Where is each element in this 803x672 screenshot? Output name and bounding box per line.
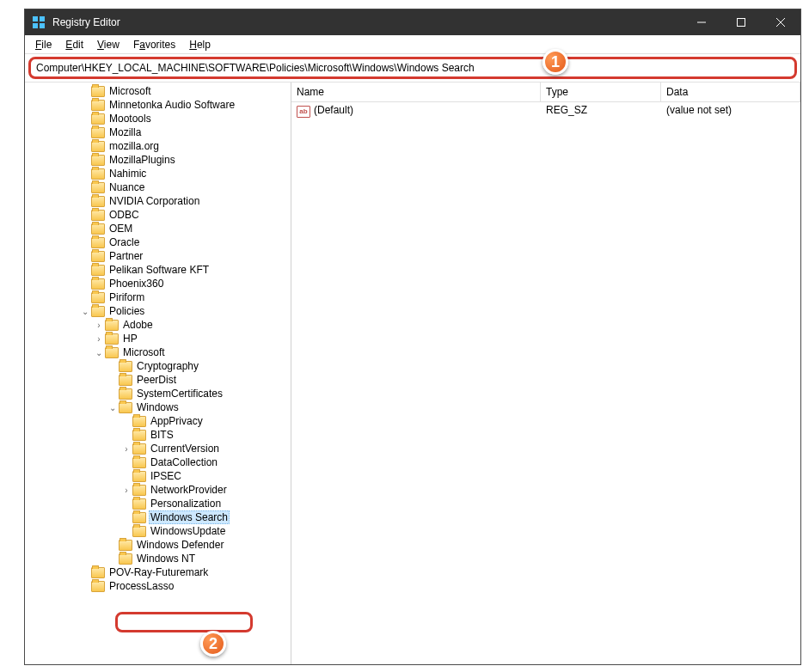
tree-node[interactable]: ›Nuance [25, 180, 291, 194]
tree-node[interactable]: ›Microsoft [25, 84, 291, 98]
tree-node-label: Partner [107, 250, 144, 262]
tree-node[interactable]: ⌄Windows [25, 400, 291, 414]
menu-favorites[interactable]: Favorites [126, 37, 182, 52]
tree-node[interactable]: ›Pelikan Software KFT [25, 263, 291, 277]
tree-node[interactable]: ›OEM [25, 222, 291, 235]
tree-node[interactable]: ›MozillaPlugins [25, 153, 291, 167]
tree-node-label: Personalization [149, 498, 223, 510]
tree-node[interactable]: ›Piriform [25, 290, 291, 304]
tree-node-label: BITS [149, 429, 175, 441]
folder-icon [132, 471, 146, 482]
tree-node-label: Microsoft [107, 85, 153, 97]
tree-node-label: Mozilla [107, 126, 143, 138]
tree-node[interactable]: ›Adobe [25, 318, 291, 332]
tree-node[interactable]: ›Mozilla [25, 125, 291, 139]
value-name: (Default) [314, 104, 353, 116]
chevron-right-icon[interactable]: › [94, 334, 104, 344]
folder-icon [119, 553, 132, 565]
tree-node[interactable]: ›Windows Defender [25, 538, 291, 552]
menu-view[interactable]: View [90, 37, 126, 52]
tree-node[interactable]: ›Windows NT [25, 552, 291, 565]
tree-node[interactable]: ›ODBC [25, 208, 291, 222]
menu-help[interactable]: Help [182, 37, 218, 52]
folder-icon [132, 485, 146, 496]
tree-node[interactable]: ›PeerDist [25, 373, 291, 387]
chevron-down-icon[interactable]: ⌄ [107, 403, 118, 412]
chevron-down-icon[interactable]: ⌄ [80, 307, 90, 316]
address-bar-container: 1 [25, 54, 800, 82]
folder-icon [91, 210, 105, 221]
folder-icon [132, 457, 146, 468]
tree-node[interactable]: ›POV-Ray-Futuremark [25, 565, 291, 579]
col-header-type[interactable]: Type [541, 82, 661, 101]
tree-node[interactable]: ›ProcessLasso [25, 579, 291, 593]
tree-pane[interactable]: ›Microsoft›Minnetonka Audio Software›Moo… [25, 82, 291, 664]
tree-node-label: DataCollection [149, 456, 219, 468]
tree-node-label: Pelikan Software KFT [107, 264, 211, 276]
minimize-button[interactable] [682, 9, 721, 35]
folder-icon [91, 237, 105, 248]
menu-file[interactable]: File [28, 37, 58, 52]
string-value-icon: ab [297, 106, 310, 118]
tree-node[interactable]: ›SystemCertificates [25, 387, 291, 400]
tree-node[interactable]: ⌄Microsoft [25, 345, 291, 359]
tree-node-label: Windows NT [135, 553, 197, 565]
tree-node[interactable]: ›CurrentVersion [25, 442, 291, 455]
folder-icon [119, 540, 132, 551]
tree-node[interactable]: ›IPSEC [25, 469, 291, 483]
tree-node[interactable]: ›mozilla.org [25, 139, 291, 153]
tree-node-label: Microsoft [121, 346, 167, 358]
tree-node[interactable]: ›Nahimic [25, 167, 291, 180]
tree-node[interactable]: ›Oracle [25, 235, 291, 249]
address-bar[interactable] [28, 57, 797, 79]
tree-node-label: Cryptography [135, 360, 200, 372]
folder-icon [91, 113, 105, 125]
folder-icon [91, 265, 105, 276]
tree-node[interactable]: ›NetworkProvider [25, 483, 291, 497]
folder-icon [132, 512, 146, 523]
tree-node[interactable]: ›AppPrivacy [25, 414, 291, 428]
chevron-right-icon[interactable]: › [121, 444, 132, 454]
tree-node[interactable]: ›NVIDIA Corporation [25, 194, 291, 208]
chevron-down-icon[interactable]: ⌄ [94, 348, 104, 357]
tree-node-label: SystemCertificates [135, 388, 224, 400]
tree-node[interactable]: ›Mootools [25, 112, 291, 125]
col-header-data[interactable]: Data [661, 82, 800, 101]
value-row[interactable]: ab(Default)REG_SZ(value not set) [291, 102, 800, 119]
folder-icon [119, 375, 132, 386]
titlebar[interactable]: Registry Editor [25, 9, 800, 35]
tree-node-label: Windows Search [149, 510, 230, 524]
menu-edit[interactable]: Edit [58, 37, 90, 52]
tree-node[interactable]: ›WindowsUpdate [25, 524, 291, 538]
col-header-name[interactable]: Name [291, 82, 541, 101]
tree-node[interactable]: ›Cryptography [25, 359, 291, 373]
folder-icon [132, 498, 146, 510]
app-icon [32, 15, 46, 29]
tree-node[interactable]: ›Personalization [25, 497, 291, 510]
maximize-button[interactable] [721, 9, 761, 35]
tree-node-label: Phoenix360 [107, 278, 165, 290]
tree-node[interactable]: ›Windows Search [25, 510, 291, 524]
values-pane[interactable]: Name Type Data ab(Default)REG_SZ(value n… [291, 82, 800, 664]
content-area: ›Microsoft›Minnetonka Audio Software›Moo… [25, 82, 800, 664]
tree-node[interactable]: ›Minnetonka Audio Software [25, 98, 291, 112]
tree-node-label: AppPrivacy [149, 415, 205, 427]
value-type: REG_SZ [541, 103, 661, 119]
close-button[interactable] [761, 9, 800, 35]
tree-node-label: CurrentVersion [149, 443, 221, 455]
chevron-right-icon[interactable]: › [94, 321, 104, 330]
tree-node-label: Piriform [107, 291, 146, 303]
window-title: Registry Editor [52, 16, 682, 28]
folder-icon [91, 306, 105, 317]
tree-node[interactable]: ›HP [25, 332, 291, 345]
tree-node-label: Windows [135, 401, 181, 413]
svg-rect-0 [33, 16, 38, 21]
tree-node[interactable]: ⌄Policies [25, 304, 291, 318]
svg-rect-2 [33, 23, 38, 28]
tree-node[interactable]: ›Phoenix360 [25, 277, 291, 290]
tree-node[interactable]: ›DataCollection [25, 455, 291, 469]
tree-node[interactable]: ›Partner [25, 249, 291, 263]
tree-node[interactable]: ›BITS [25, 428, 291, 442]
chevron-right-icon[interactable]: › [121, 486, 132, 495]
tree-node-label: OEM [107, 223, 134, 235]
